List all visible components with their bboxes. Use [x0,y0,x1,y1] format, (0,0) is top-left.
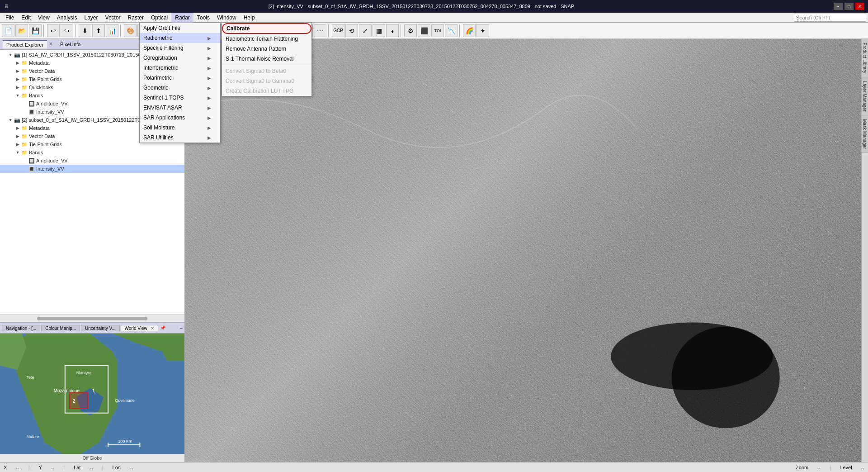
undo-button[interactable]: ↩ [47,24,60,37]
menu-calibrate[interactable]: Calibrate [222,23,311,34]
right-panel-layer-manager[interactable]: Layer Manager [862,77,868,115]
s1-thermal-noise-removal-label: S-1 Thermal Noise Removal [226,56,294,62]
menu-file[interactable]: File [2,13,18,23]
minimize-button[interactable]: − [834,3,843,10]
expand-icon[interactable]: ▶ [14,141,21,148]
right-panel-mask-manager[interactable]: Mask Manager [862,115,868,153]
toi-button[interactable]: TOI [431,24,444,37]
menu-envisat-asar[interactable]: ENVISAT ASAR ▶ [140,103,220,113]
menu-apply-orbit-file[interactable]: Apply Orbit File [140,23,220,33]
import-button[interactable]: ⬇ [79,24,91,37]
expand-icon[interactable]: ▶ [14,125,21,131]
menu-interferometric[interactable]: Interferometric ▶ [140,63,220,73]
nav-minimize-icon[interactable]: − [179,325,183,331]
stack-button[interactable]: ⬧ [386,24,399,37]
worldview-close-icon[interactable]: ✕ [151,326,154,331]
menu-vector[interactable]: Vector [102,13,124,23]
right-panel-product-library[interactable]: Product Library [862,39,868,77]
mosaic2-button[interactable]: ▦ [373,24,385,37]
nav-tab-pin[interactable]: 📌 [160,325,165,330]
gcp-new[interactable]: GCP [332,24,344,37]
interferometric-arrow-icon: ▶ [208,66,211,71]
nav-tab-navigation[interactable]: Navigation - [... [2,325,40,331]
color-button[interactable]: 🎨 [124,24,137,37]
bands-2-label: Bands [29,150,43,155]
expand-icon[interactable]: ▶ [14,84,21,91]
sar-applications-arrow-icon: ▶ [208,115,211,120]
menu-analysis[interactable]: Analysis [53,13,81,23]
map-area: Mozambique Blantyre Tete Quelimane Mutar… [0,334,184,454]
status-lon-value: -- [130,465,133,470]
tree-bands-2[interactable]: ▼ 📁 Bands [0,148,184,157]
menu-speckle-filtering[interactable]: Speckle Filtering ▶ [140,43,220,53]
menu-layer[interactable]: Layer [81,13,102,23]
expand-icon[interactable]: ▼ [14,149,21,156]
resample-button[interactable]: ⤢ [359,24,372,37]
expand-icon[interactable]: ▶ [14,133,21,139]
expand-icon[interactable]: ▼ [7,52,14,58]
menu-radar[interactable]: Radar [171,13,193,23]
menu-tools[interactable]: Tools [193,13,213,23]
expand-icon[interactable]: ▶ [14,60,21,66]
expand-icon[interactable]: ▶ [14,68,21,74]
graph-button[interactable]: 📉 [445,24,458,37]
open-button[interactable]: 📂 [15,24,28,37]
nav-tab-colour[interactable]: Colour Manip... [41,325,80,331]
layer2-button[interactable]: ⬛ [418,24,430,37]
tree-amplitude-vv-2[interactable]: 🔲 Amplitude_VV [0,157,184,165]
nav-tab-worldview[interactable]: World View ✕ [121,325,158,331]
warp-button[interactable]: ⟲ [345,24,358,37]
processing-button[interactable]: ⚙ [404,24,417,37]
menu-radiometric[interactable]: Radiometric ▶ [140,33,220,43]
expand-icon[interactable]: ▶ [14,76,21,82]
status-lon-label: Lon [113,465,121,470]
redo-button[interactable]: ↪ [61,24,73,37]
tab-pixel-info[interactable]: Pixel Info [57,41,84,48]
menu-soil-moisture[interactable]: Soil Moisture ▶ [140,123,220,133]
menu-s1-thermal-noise-removal[interactable]: S-1 Thermal Noise Removal [222,54,311,64]
close-button[interactable]: ✕ [855,3,864,10]
nav-tab-uncertainty[interactable]: Uncertainty V... [81,325,119,331]
menu-remove-antenna-pattern[interactable]: Remove Antenna Pattern [222,44,311,54]
maximize-button[interactable]: □ [844,3,854,10]
convert-sigma0-gamma0-label: Convert Sigma0 to Gamma0 [226,78,294,84]
menu-optical[interactable]: Optical [147,13,171,23]
status-x-label: X [4,465,7,470]
menu-sar-applications[interactable]: SAR Applications ▶ [140,113,220,123]
menu-polarimetric[interactable]: Polarimetric ▶ [140,73,220,83]
tree-intensity-vv-2[interactable]: 🔳 Intensity_VV [0,165,184,173]
expand-icon [22,109,28,115]
expand-icon[interactable]: ▼ [14,92,21,99]
color-scale-button[interactable]: 🌈 [463,24,476,37]
menu-edit[interactable]: Edit [18,13,34,23]
menu-window[interactable]: Window [213,13,240,23]
menu-help[interactable]: Help [240,13,259,23]
menu-coregistration[interactable]: Coregistration ▶ [140,53,220,63]
export-button[interactable]: ⬆ [92,24,105,37]
menu-radiometric-terrain-flattening[interactable]: Radiometric Terrain Flattening [222,34,311,44]
tree-scrollbar[interactable] [37,317,148,320]
create-calibration-lut-tpg-label: Create Calibration LUT TPG [226,88,293,94]
expand-icon [22,100,28,107]
menu-geometric[interactable]: Geometric ▶ [140,83,220,93]
interferometric-label: Interferometric [143,65,178,71]
status-y-value: -- [51,465,54,470]
close-product-explorer[interactable]: ✕ [49,41,53,47]
status-bar: X -- | Y -- | Lat -- | Lon -- Zoom -- | … [0,462,868,472]
window-title: [2] Intensity_VV - subset_0_of_S1A_IW_GR… [269,4,574,9]
folder-icon: 📁 [21,124,28,132]
menu-sar-utilities[interactable]: SAR Utilities ▶ [140,133,220,143]
menu-sentinel-1-tops[interactable]: Sentinel-1 TOPS ▶ [140,93,220,103]
tab-product-explorer[interactable]: Product Explorer [3,40,47,48]
save-button[interactable]: 💾 [29,24,42,37]
scatter-button[interactable]: ⋯ [314,24,326,37]
new-button[interactable]: 📄 [2,24,14,37]
envisat-asar-arrow-icon: ▶ [208,105,211,110]
magic-button[interactable]: ✦ [476,24,489,37]
search-input[interactable] [794,14,866,22]
menu-view[interactable]: View [34,13,53,23]
expand-icon[interactable]: ▼ [7,117,14,123]
menu-raster[interactable]: Raster [124,13,147,23]
chart-button[interactable]: 📊 [106,24,118,37]
svg-text:Blantyre: Blantyre [76,371,91,375]
